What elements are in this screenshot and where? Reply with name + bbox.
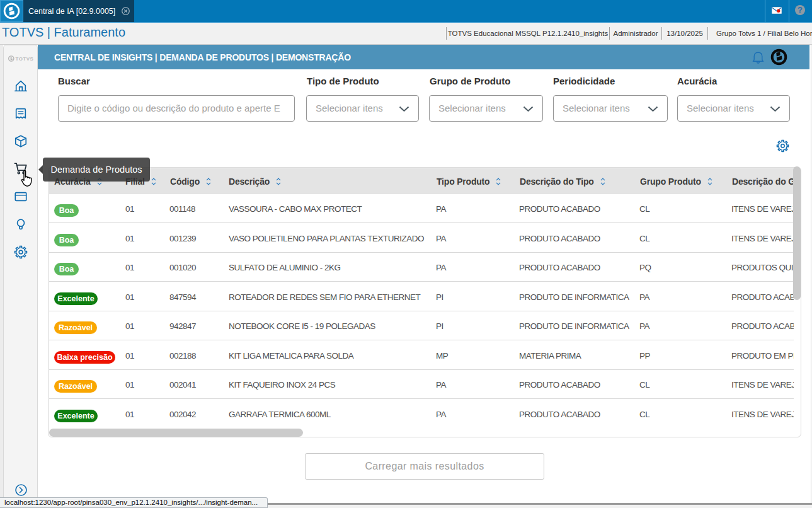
svg-text:TOTVS: TOTVS (16, 56, 34, 62)
